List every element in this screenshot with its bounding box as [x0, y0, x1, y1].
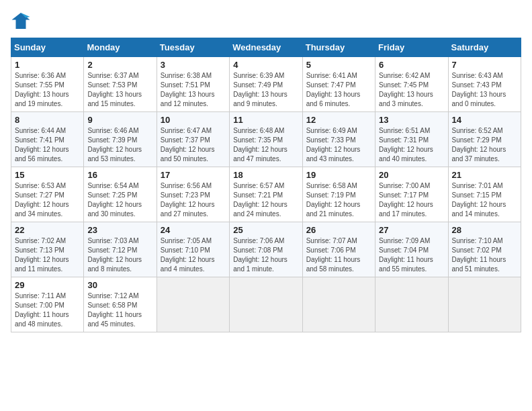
day-number: 23 — [87, 225, 152, 235]
logo-icon — [11, 11, 31, 31]
day-number: 25 — [233, 225, 298, 235]
calendar-cell: 30Sunrise: 7:12 AMSunset: 6:58 PMDayligh… — [84, 277, 157, 332]
calendar-table: SundayMondayTuesdayWednesdayThursdayFrid… — [11, 38, 521, 332]
calendar-cell: 10Sunrise: 6:47 AMSunset: 7:37 PMDayligh… — [157, 112, 229, 167]
calendar-cell: 11Sunrise: 6:48 AMSunset: 7:35 PMDayligh… — [230, 112, 302, 167]
day-info: Sunrise: 6:39 AMSunset: 7:49 PMDaylight:… — [233, 71, 298, 109]
calendar-week-5: 29Sunrise: 7:11 AMSunset: 7:00 PMDayligh… — [11, 277, 521, 332]
header-monday: Monday — [84, 38, 157, 57]
day-info: Sunrise: 6:51 AMSunset: 7:31 PMDaylight:… — [379, 126, 444, 164]
day-number: 13 — [379, 115, 444, 125]
calendar-cell: 18Sunrise: 6:57 AMSunset: 7:21 PMDayligh… — [230, 167, 302, 222]
day-number: 27 — [379, 225, 444, 235]
calendar-week-3: 15Sunrise: 6:53 AMSunset: 7:27 PMDayligh… — [11, 167, 521, 222]
day-info: Sunrise: 6:38 AMSunset: 7:51 PMDaylight:… — [161, 71, 226, 109]
day-info: Sunrise: 7:10 AMSunset: 7:02 PMDaylight:… — [452, 236, 517, 274]
calendar-cell: 12Sunrise: 6:49 AMSunset: 7:33 PMDayligh… — [302, 112, 375, 167]
calendar-cell — [375, 277, 448, 332]
day-info: Sunrise: 6:41 AMSunset: 7:47 PMDaylight:… — [306, 71, 371, 109]
day-info: Sunrise: 6:52 AMSunset: 7:29 PMDaylight:… — [452, 126, 517, 164]
day-number: 24 — [161, 225, 226, 235]
calendar-cell: 9Sunrise: 6:46 AMSunset: 7:39 PMDaylight… — [84, 112, 157, 167]
day-info: Sunrise: 6:53 AMSunset: 7:27 PMDaylight:… — [15, 181, 80, 219]
calendar-cell: 3Sunrise: 6:38 AMSunset: 7:51 PMDaylight… — [157, 57, 229, 112]
calendar-week-4: 22Sunrise: 7:02 AMSunset: 7:13 PMDayligh… — [11, 222, 521, 277]
day-number: 11 — [233, 115, 298, 125]
day-info: Sunrise: 6:46 AMSunset: 7:39 PMDaylight:… — [87, 126, 152, 164]
day-number: 15 — [15, 170, 80, 180]
calendar-cell — [230, 277, 302, 332]
header-sunday: Sunday — [11, 38, 84, 57]
day-info: Sunrise: 6:37 AMSunset: 7:53 PMDaylight:… — [87, 71, 152, 109]
calendar-week-2: 8Sunrise: 6:44 AMSunset: 7:41 PMDaylight… — [11, 112, 521, 167]
header-wednesday: Wednesday — [230, 38, 302, 57]
calendar-cell: 5Sunrise: 6:41 AMSunset: 7:47 PMDaylight… — [302, 57, 375, 112]
day-number: 19 — [306, 170, 371, 180]
calendar-cell: 22Sunrise: 7:02 AMSunset: 7:13 PMDayligh… — [11, 222, 84, 277]
day-number: 9 — [87, 115, 152, 125]
day-info: Sunrise: 6:47 AMSunset: 7:37 PMDaylight:… — [161, 126, 226, 164]
day-number: 10 — [161, 115, 226, 125]
day-info: Sunrise: 7:06 AMSunset: 7:08 PMDaylight:… — [233, 236, 298, 274]
day-info: Sunrise: 7:05 AMSunset: 7:10 PMDaylight:… — [161, 236, 226, 274]
day-number: 30 — [87, 280, 152, 290]
day-number: 14 — [452, 115, 517, 125]
day-number: 28 — [452, 225, 517, 235]
day-number: 2 — [87, 60, 152, 70]
calendar-cell: 6Sunrise: 6:42 AMSunset: 7:45 PMDaylight… — [375, 57, 448, 112]
calendar-header-row: SundayMondayTuesdayWednesdayThursdayFrid… — [11, 38, 521, 57]
calendar-cell — [448, 277, 521, 332]
day-info: Sunrise: 7:11 AMSunset: 7:00 PMDaylight:… — [15, 291, 80, 329]
day-number: 22 — [15, 225, 80, 235]
calendar-cell — [157, 277, 229, 332]
day-info: Sunrise: 6:44 AMSunset: 7:41 PMDaylight:… — [15, 126, 80, 164]
day-number: 1 — [15, 60, 80, 70]
calendar-cell: 17Sunrise: 6:56 AMSunset: 7:23 PMDayligh… — [157, 167, 229, 222]
logo — [11, 11, 34, 31]
day-info: Sunrise: 6:56 AMSunset: 7:23 PMDaylight:… — [161, 181, 226, 219]
calendar-cell: 19Sunrise: 6:58 AMSunset: 7:19 PMDayligh… — [302, 167, 375, 222]
day-number: 12 — [306, 115, 371, 125]
day-number: 16 — [87, 170, 152, 180]
day-info: Sunrise: 6:43 AMSunset: 7:43 PMDaylight:… — [452, 71, 517, 109]
day-info: Sunrise: 7:02 AMSunset: 7:13 PMDaylight:… — [15, 236, 80, 274]
calendar-cell — [302, 277, 375, 332]
day-number: 26 — [306, 225, 371, 235]
day-number: 21 — [452, 170, 517, 180]
calendar-cell: 8Sunrise: 6:44 AMSunset: 7:41 PMDaylight… — [11, 112, 84, 167]
day-info: Sunrise: 6:42 AMSunset: 7:45 PMDaylight:… — [379, 71, 444, 109]
calendar-cell: 25Sunrise: 7:06 AMSunset: 7:08 PMDayligh… — [230, 222, 302, 277]
day-number: 17 — [161, 170, 226, 180]
calendar-cell: 13Sunrise: 6:51 AMSunset: 7:31 PMDayligh… — [375, 112, 448, 167]
day-info: Sunrise: 6:58 AMSunset: 7:19 PMDaylight:… — [306, 181, 371, 219]
calendar-cell: 20Sunrise: 7:00 AMSunset: 7:17 PMDayligh… — [375, 167, 448, 222]
calendar-cell: 23Sunrise: 7:03 AMSunset: 7:12 PMDayligh… — [84, 222, 157, 277]
day-info: Sunrise: 6:49 AMSunset: 7:33 PMDaylight:… — [306, 126, 371, 164]
calendar-cell: 2Sunrise: 6:37 AMSunset: 7:53 PMDaylight… — [84, 57, 157, 112]
calendar-cell: 27Sunrise: 7:09 AMSunset: 7:04 PMDayligh… — [375, 222, 448, 277]
day-number: 20 — [379, 170, 444, 180]
header-saturday: Saturday — [448, 38, 521, 57]
calendar-week-1: 1Sunrise: 6:36 AMSunset: 7:55 PMDaylight… — [11, 57, 521, 112]
day-number: 7 — [452, 60, 517, 70]
day-info: Sunrise: 7:03 AMSunset: 7:12 PMDaylight:… — [87, 236, 152, 274]
day-info: Sunrise: 6:36 AMSunset: 7:55 PMDaylight:… — [15, 71, 80, 109]
calendar-cell: 7Sunrise: 6:43 AMSunset: 7:43 PMDaylight… — [448, 57, 521, 112]
calendar-cell: 21Sunrise: 7:01 AMSunset: 7:15 PMDayligh… — [448, 167, 521, 222]
calendar-cell: 1Sunrise: 6:36 AMSunset: 7:55 PMDaylight… — [11, 57, 84, 112]
day-info: Sunrise: 7:09 AMSunset: 7:04 PMDaylight:… — [379, 236, 444, 274]
day-info: Sunrise: 6:54 AMSunset: 7:25 PMDaylight:… — [87, 181, 152, 219]
day-number: 8 — [15, 115, 80, 125]
day-info: Sunrise: 7:01 AMSunset: 7:15 PMDaylight:… — [452, 181, 517, 219]
day-number: 5 — [306, 60, 371, 70]
page-header — [11, 11, 521, 31]
header-friday: Friday — [375, 38, 448, 57]
day-number: 29 — [15, 280, 80, 290]
header-tuesday: Tuesday — [157, 38, 229, 57]
day-number: 4 — [233, 60, 298, 70]
calendar-cell: 29Sunrise: 7:11 AMSunset: 7:00 PMDayligh… — [11, 277, 84, 332]
calendar-cell: 16Sunrise: 6:54 AMSunset: 7:25 PMDayligh… — [84, 167, 157, 222]
header-thursday: Thursday — [302, 38, 375, 57]
day-info: Sunrise: 6:57 AMSunset: 7:21 PMDaylight:… — [233, 181, 298, 219]
day-info: Sunrise: 7:07 AMSunset: 7:06 PMDaylight:… — [306, 236, 371, 274]
